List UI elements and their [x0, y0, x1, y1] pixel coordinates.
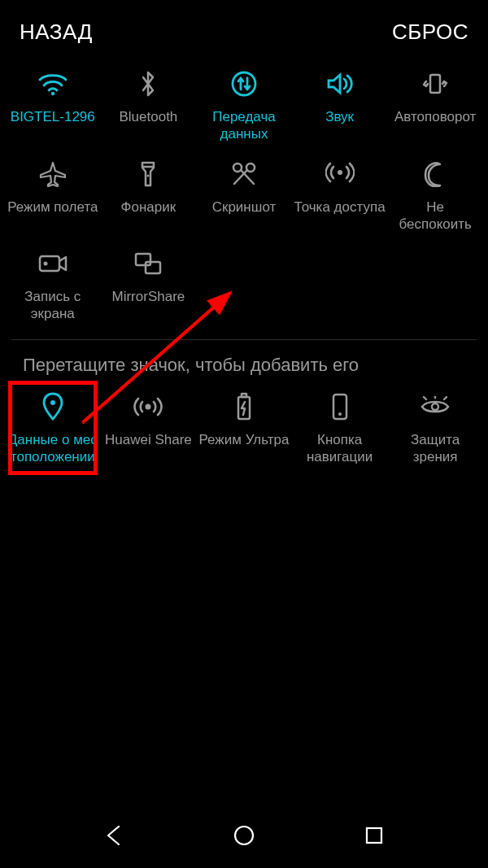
- nav-recent-button[interactable]: [359, 821, 389, 850]
- airplane-icon: [37, 158, 69, 190]
- tile-eye-comfort[interactable]: Защита зрения: [387, 386, 483, 471]
- reset-button[interactable]: СБРОС: [392, 20, 468, 45]
- tile-label: Не беспокоить: [389, 198, 481, 233]
- drag-hint-text: Перетащите значок, чтобы добавить его: [0, 340, 488, 376]
- tile-label: Скриншот: [212, 198, 277, 216]
- wifi-icon: [37, 68, 69, 100]
- hotspot-icon: [324, 158, 356, 190]
- svg-point-13: [146, 403, 151, 409]
- flashlight-icon: [132, 158, 164, 190]
- tile-label: Кнопка навигации: [294, 431, 386, 466]
- tile-label: Bluetooth: [119, 108, 177, 125]
- svg-rect-11: [146, 262, 160, 273]
- system-nav-bar: [0, 803, 488, 868]
- svg-rect-2: [430, 75, 440, 93]
- tile-label: Режим полета: [7, 198, 98, 216]
- tile-bluetooth[interactable]: Bluetooth: [101, 63, 197, 148]
- bluetooth-icon: [132, 68, 164, 100]
- tile-huaweishare[interactable]: Huawei Share: [101, 386, 197, 471]
- quick-settings-edit-screen: { "header": { "back": "НАЗАД", "reset": …: [0, 0, 488, 868]
- tile-label: MirrorShare: [112, 288, 185, 305]
- tile-airplane[interactable]: Режим полета: [5, 153, 101, 238]
- nav-key-icon: [324, 390, 356, 423]
- header: НАЗАД СБРОС: [0, 0, 488, 53]
- tile-label: Точка доступа: [294, 198, 386, 216]
- tile-label: Режим Ультра: [199, 431, 290, 448]
- tile-location[interactable]: Данные о мес тоположении: [5, 386, 101, 471]
- svg-point-0: [51, 92, 54, 95]
- available-tiles-grid: Данные о мес тоположении Huawei Share Ре…: [0, 376, 488, 471]
- location-icon: [37, 390, 69, 423]
- nav-home-button[interactable]: [229, 821, 259, 850]
- tile-label: Данные о мес тоположении: [7, 431, 99, 466]
- svg-point-18: [432, 403, 438, 410]
- tile-label: Запись с экрана: [7, 288, 99, 323]
- svg-point-17: [338, 412, 342, 416]
- svg-line-21: [444, 397, 447, 399]
- tile-hotspot[interactable]: Точка доступа: [292, 153, 388, 238]
- tile-autorotate[interactable]: Автоповорот: [387, 63, 483, 148]
- svg-rect-15: [242, 394, 246, 397]
- tile-label: BIGTEL-1296: [11, 108, 95, 125]
- tile-label: Защита зрения: [389, 431, 481, 466]
- tile-mobile-data[interactable]: Передача данных: [196, 63, 292, 148]
- tile-label: Звук: [325, 108, 354, 125]
- tile-screen-record[interactable]: Запись с экрана: [5, 242, 101, 328]
- mirrorshare-icon: [132, 247, 164, 280]
- tile-label: Фонарик: [121, 198, 176, 216]
- nav-back-button[interactable]: [99, 821, 129, 850]
- tile-label: Huawei Share: [105, 431, 192, 448]
- svg-point-9: [43, 262, 47, 266]
- svg-point-7: [338, 170, 342, 175]
- mobile-data-icon: [228, 68, 260, 100]
- tile-wifi[interactable]: BIGTEL-1296: [5, 63, 101, 148]
- autorotate-icon: [419, 68, 451, 100]
- svg-rect-8: [40, 256, 59, 271]
- svg-point-4: [147, 174, 150, 177]
- svg-point-12: [50, 400, 55, 405]
- svg-line-20: [424, 397, 426, 399]
- tile-flashlight[interactable]: Фонарик: [101, 153, 197, 238]
- tile-mirrorshare[interactable]: MirrorShare: [101, 242, 197, 328]
- eye-icon: [419, 390, 451, 423]
- screenshot-icon: [228, 158, 260, 190]
- svg-rect-24: [367, 828, 381, 843]
- tile-screenshot[interactable]: Скриншот: [196, 153, 292, 238]
- svg-point-1: [233, 72, 255, 95]
- tile-sound[interactable]: Звук: [292, 63, 388, 148]
- tile-label: Передача данных: [198, 108, 290, 143]
- battery-ultra-icon: [228, 390, 260, 423]
- dnd-icon: [419, 158, 451, 190]
- sound-icon: [324, 68, 356, 100]
- tile-ultra-mode[interactable]: Режим Ультра: [196, 386, 292, 471]
- svg-point-23: [235, 827, 253, 844]
- tile-dnd[interactable]: Не беспокоить: [387, 153, 483, 238]
- active-tiles-grid: BIGTEL-1296 Bluetooth Передача данных: [0, 53, 488, 328]
- tile-label: Автоповорот: [394, 108, 476, 125]
- svg-rect-10: [136, 254, 150, 265]
- tile-nav-key[interactable]: Кнопка навигации: [292, 386, 388, 471]
- back-button[interactable]: НАЗАД: [20, 20, 93, 45]
- huaweishare-icon: [132, 390, 164, 423]
- screen-record-icon: [37, 247, 69, 280]
